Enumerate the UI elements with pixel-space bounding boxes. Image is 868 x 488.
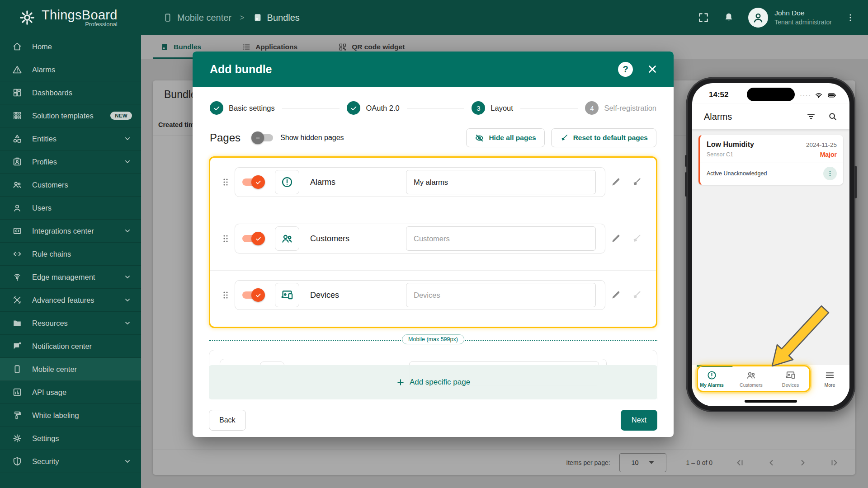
add-specific-page-button[interactable]: Add specific page (209, 365, 657, 399)
chart-icon (12, 387, 22, 397)
minus-icon (255, 135, 261, 141)
chevron-down-icon (123, 457, 132, 466)
alarm-severity: Major (820, 151, 837, 158)
dialog-title: Add bundle (210, 63, 618, 76)
edit-page-button[interactable] (605, 177, 626, 188)
shield-icon (12, 456, 22, 466)
reset-to-default-pages-button[interactable]: Reset to default pages (551, 128, 656, 147)
search-icon[interactable] (828, 112, 838, 122)
breadcrumb-bundles[interactable]: Bundles (253, 13, 300, 23)
people-icon (281, 232, 293, 245)
signal-dots-icon: ···· (800, 92, 811, 99)
chevron-down-icon (123, 134, 132, 143)
page-row-card: Customers (235, 224, 605, 253)
alarm-date: 2024-11-25 (806, 141, 837, 148)
reset-page-button[interactable] (626, 177, 647, 188)
alarm-card[interactable]: Low Humidity 2024-11-25 Sensor C1 Major … (698, 135, 843, 185)
sidebar-item-users[interactable]: Users (0, 197, 141, 220)
page-icon-tile[interactable] (275, 226, 299, 251)
sidebar-item-mobile-center[interactable]: Mobile center (0, 358, 141, 381)
user-menu[interactable]: John Doe Tenant administrator (748, 8, 832, 28)
pencil-icon (610, 177, 621, 188)
fullscreen-icon[interactable] (698, 12, 709, 23)
check-icon (255, 292, 262, 299)
nav-item-more[interactable]: More (810, 365, 849, 392)
page-icon-tile[interactable] (275, 283, 299, 307)
nav-item-customers[interactable]: Customers (731, 365, 771, 392)
sidebar-item-notification-center[interactable]: Notification center (0, 335, 141, 358)
sidebar-item-customers[interactable]: Customers (0, 174, 141, 197)
breadcrumb-mobile-center[interactable]: Mobile center (163, 13, 231, 23)
sidebar-item-dashboards[interactable]: Dashboards (0, 81, 141, 104)
dialog-footer: Back Next (193, 410, 674, 437)
nav-item-my-alarms[interactable]: My Alarms (692, 365, 731, 392)
phone-icon (163, 13, 173, 23)
page-title-input[interactable] (406, 226, 596, 251)
gear-icon (12, 433, 22, 443)
tools-icon (12, 295, 22, 305)
eye-off-icon (475, 133, 484, 143)
plus-icon (396, 378, 405, 387)
more-options-icon[interactable] (845, 13, 855, 23)
sidebar-item-security[interactable]: Security (0, 450, 141, 473)
step-self-registration[interactable]: 4 Self-registration (585, 101, 656, 115)
page-enabled-toggle[interactable] (242, 235, 262, 242)
menu-icon (825, 370, 835, 380)
page-title-input[interactable] (406, 283, 596, 307)
sidebar-item-alarms[interactable]: Alarms (0, 58, 141, 81)
step-layout[interactable]: 3 Layout (472, 101, 513, 115)
page-title-input[interactable] (406, 170, 596, 194)
chevron-down-icon (123, 319, 132, 328)
sidebar-item-white-labeling[interactable]: White labeling (0, 404, 141, 427)
brand[interactable]: ThingsBoard Professional (0, 8, 141, 28)
drag-handle-icon[interactable] (220, 233, 231, 244)
sidebar-item-api-usage[interactable]: API usage (0, 381, 141, 404)
rule-chain-icon (12, 249, 22, 259)
close-icon[interactable] (646, 63, 658, 75)
sidebar-item-solution-templates[interactable]: Solution templatesNEW (0, 104, 141, 127)
filter-icon[interactable] (806, 112, 816, 122)
edge-icon (12, 272, 22, 282)
folder-icon (12, 318, 22, 328)
alarm-menu-button[interactable] (823, 167, 837, 180)
dashboard-icon (12, 88, 22, 98)
phone-body: Low Humidity 2024-11-25 Sensor C1 Major … (692, 129, 849, 365)
sidebar-item-edge-management[interactable]: Edge management (0, 266, 141, 289)
avatar (748, 8, 768, 28)
chevron-down-icon (123, 272, 132, 282)
help-button[interactable]: ? (618, 62, 633, 77)
sidebar-item-home[interactable]: Home (0, 35, 141, 58)
app-root: ThingsBoard Professional Mobile center >… (0, 0, 868, 488)
show-hidden-pages-toggle[interactable] (254, 134, 273, 141)
page-enabled-toggle[interactable] (242, 291, 262, 299)
step-basic-settings[interactable]: Basic settings (210, 101, 275, 115)
page-enabled-toggle[interactable] (242, 178, 262, 186)
brush-icon (631, 233, 642, 244)
page-icon-tile[interactable] (275, 170, 299, 194)
hide-all-pages-button[interactable]: Hide all pages (466, 128, 544, 147)
check-icon (350, 104, 358, 112)
nav-item-devices[interactable]: Devices (771, 365, 810, 392)
drag-handle-icon[interactable] (220, 290, 231, 300)
edit-page-button[interactable] (605, 233, 626, 244)
edit-page-button[interactable] (605, 290, 626, 300)
phone-screen: 14:52 ···· Alarms Low Humidity 2024-11-2… (692, 83, 849, 406)
next-button[interactable]: Next (621, 410, 657, 431)
sidebar-item-integrations-center[interactable]: Integrations center (0, 220, 141, 243)
step-oauth[interactable]: OAuth 2.0 (347, 101, 399, 115)
breadcrumb-separator: > (240, 13, 245, 23)
back-button[interactable]: Back (209, 410, 246, 431)
paint-icon (12, 410, 22, 420)
brush-icon (560, 133, 569, 142)
sidebar-item-settings[interactable]: Settings (0, 427, 141, 450)
sidebar-item-entities[interactable]: Entities (0, 127, 141, 150)
mobile-breakpoint-divider: Mobile (max 599px) (209, 334, 657, 346)
page-row-devices: Devices (210, 270, 656, 327)
sidebar-item-resources[interactable]: Resources (0, 312, 141, 335)
sidebar-item-rule-chains[interactable]: Rule chains (0, 243, 141, 266)
sidebar-item-advanced-features[interactable]: Advanced features (0, 289, 141, 312)
page-row-customers: Customers (210, 214, 656, 270)
notifications-bell-icon[interactable] (723, 12, 735, 23)
sidebar-item-profiles[interactable]: Profiles (0, 150, 141, 174)
drag-handle-icon[interactable] (220, 177, 231, 188)
